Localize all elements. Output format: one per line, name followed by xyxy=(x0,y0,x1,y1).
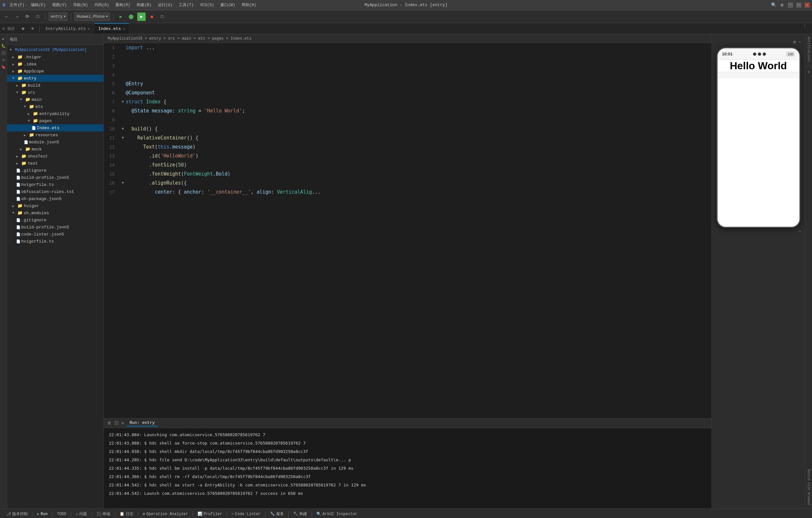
terminal-stop-icon[interactable]: ⬛ xyxy=(114,421,119,426)
tree-item-oh-build-profile[interactable]: 📄 build-profile.json5 xyxy=(7,223,104,231)
run-bar-problems[interactable]: ⚠ 问题 xyxy=(73,511,90,517)
tree-item-ohostest[interactable]: ▶ 📁 ohosTest xyxy=(7,153,104,160)
close-tab-entryability-button[interactable]: ✕ xyxy=(88,27,90,31)
menu-window[interactable]: 窗口(W) xyxy=(219,2,237,8)
menu-nav[interactable]: 导航(N) xyxy=(71,2,90,8)
resize-icon[interactable]: ⇕ xyxy=(799,229,801,233)
run-bar-sep-5 xyxy=(115,511,115,517)
close-tab-index-button[interactable]: ✕ xyxy=(123,27,125,31)
tree-item-test[interactable]: ▶ 📁 test xyxy=(7,160,104,167)
settings-icon[interactable]: ⚙ xyxy=(780,3,784,7)
run-bar-log[interactable]: 📋 日志 xyxy=(117,511,136,517)
maximize-button[interactable]: □ xyxy=(796,3,801,7)
sync-button[interactable]: ⟳ xyxy=(23,12,32,21)
tree-root[interactable]: ▼ MyApplication33 [MyApplication] xyxy=(7,47,104,54)
run-bar-arkui-inspector[interactable]: 🔍 ArkUI Inspector xyxy=(314,511,360,517)
menu-tools[interactable]: 工具(T) xyxy=(177,2,196,8)
run-icon[interactable]: ▶ xyxy=(0,35,7,42)
tree-item-hvigor[interactable]: ▶ 📁 .hvigor xyxy=(7,54,104,61)
run-bar-run[interactable]: ▶ Run xyxy=(34,511,50,517)
menu-edit[interactable]: 编辑(E) xyxy=(29,2,48,8)
tab-entryability[interactable]: EntryAbility.ets ✕ xyxy=(41,23,93,34)
back-button[interactable]: ← xyxy=(3,12,11,21)
tree-item-entry[interactable]: ▼ 📁 entry xyxy=(7,75,104,82)
terminal-tab-run[interactable]: Run: entry xyxy=(126,420,158,427)
project-structure-button[interactable]: ⬡ xyxy=(33,12,42,21)
terminal-filter-icon[interactable]: ⚙ xyxy=(121,421,124,426)
stop-button[interactable]: ⬡ xyxy=(158,12,166,21)
close-panel-icon[interactable]: ✕ xyxy=(806,69,812,75)
menu-code[interactable]: 代码(O) xyxy=(92,2,111,8)
gear-icon[interactable]: ⚙ xyxy=(0,57,7,63)
phone-dropdown[interactable]: Huawei_Phone ▼ xyxy=(75,12,110,21)
terminal-icon[interactable]: ⬛ xyxy=(0,50,7,56)
tree-item-module-json[interactable]: 📄 module.json5 xyxy=(7,139,104,146)
tree-item-resources[interactable]: ▶ 📁 resources xyxy=(7,131,104,139)
tree-item-hvigorfile[interactable]: 📄 hvigorfile.ts xyxy=(7,181,104,188)
collapse-icon-5: ▶ xyxy=(24,133,28,137)
tree-item-src[interactable]: ▼ 📁 src xyxy=(7,89,104,96)
menu-file[interactable]: 文件(F) xyxy=(8,2,26,8)
tree-item-ets[interactable]: ▼ 📁 ets xyxy=(7,103,104,110)
run-bar-profiler-label: Profiler xyxy=(204,512,222,516)
menu-view[interactable]: 视图(V) xyxy=(50,2,69,8)
tree-item-oh-modules[interactable]: ▼ 📁 oh_modules xyxy=(7,209,104,216)
tree-item-build[interactable]: ▶ 📁 build xyxy=(7,82,104,89)
search-icon[interactable]: 🔍 xyxy=(772,3,776,7)
menu-help[interactable]: 帮助(H) xyxy=(240,2,258,8)
run-bar-terminal[interactable]: ⬛ 终端 xyxy=(94,511,113,517)
tree-item-oh-gitignore[interactable]: 📄 .gitignore xyxy=(7,216,104,223)
build-hap-button[interactable]: ⬤ xyxy=(127,12,135,21)
run-bar-sep-7 xyxy=(193,511,193,517)
tab-index[interactable]: Index.ets ✕ xyxy=(94,23,129,34)
tree-item-oh-hvigorfile[interactable]: 📄 hvigorfile.ts xyxy=(7,238,104,245)
tab-settings-icon[interactable]: ⚙ xyxy=(19,25,27,33)
menu-vcs[interactable]: VCS(S) xyxy=(198,3,216,7)
bookmark-icon[interactable]: 🔖 xyxy=(0,64,7,70)
menu-refactor[interactable]: 重构(R) xyxy=(113,2,132,8)
run-bar-version-control[interactable]: ⎇ 版本控制 xyxy=(4,511,30,517)
run-bar-services[interactable]: 🔧 服务 xyxy=(267,511,286,517)
terminal-clear-icon[interactable]: 🗑 xyxy=(108,421,112,426)
minimize-button[interactable]: ─ xyxy=(788,3,793,7)
code-editor[interactable]: 1 import ... 2 3 4 5 xyxy=(104,43,712,418)
tree-item-pages[interactable]: ▼ 📁 pages xyxy=(7,117,104,124)
debug-panel-icon[interactable]: 🐛 xyxy=(0,42,7,49)
tree-item-entryability[interactable]: ▶ 📁 entryability xyxy=(7,110,104,117)
run-bar-code-linter[interactable]: ✓ Code Linter xyxy=(229,511,263,517)
forward-button[interactable]: → xyxy=(13,12,21,21)
notifications-icon[interactable]: Notifications xyxy=(806,35,811,63)
tree-item-build-profile[interactable]: 📄 build-profile.json5 xyxy=(7,174,104,181)
run-bar-profiler[interactable]: 📊 Profiler xyxy=(195,511,225,517)
folder-icon-pages: 📁 xyxy=(33,118,38,123)
tree-item-oh-package[interactable]: 📄 oh-package.json5 xyxy=(7,195,104,202)
clean-build-button[interactable]: ▶ xyxy=(117,12,125,21)
sort-icon[interactable]: ≡ xyxy=(28,25,37,33)
menu-build[interactable]: 构建(B) xyxy=(135,2,153,8)
entry-dropdown[interactable]: entry ▼ xyxy=(49,12,68,21)
chevron-down-icon: ▼ xyxy=(64,15,65,18)
operation-analyzer-icon: ⚙ xyxy=(143,512,145,516)
run-button[interactable]: ▶ xyxy=(137,12,146,21)
run-bar-operation-analyzer[interactable]: ⚙ Operation Analyzer xyxy=(140,511,191,517)
tree-item-appscope[interactable]: ▶ 📁 AppScope xyxy=(7,68,104,75)
close-button[interactable]: ✕ xyxy=(805,3,809,7)
minus-icon[interactable]: − xyxy=(799,39,801,45)
tree-item-hvigor2[interactable]: ▶ 📁 hvigor xyxy=(7,202,104,209)
tree-item-main[interactable]: ▼ 📁 main xyxy=(7,96,104,103)
tree-item-gitignore[interactable]: 📄 .gitignore xyxy=(7,167,104,174)
device-file-browser-icon[interactable]: Device File Browser xyxy=(806,468,811,507)
tree-item-code-linter[interactable]: 📄 code-linter.json5 xyxy=(7,231,104,238)
tree-item-index-file[interactable]: 📄 Index.ets xyxy=(7,124,104,131)
debug-button[interactable]: ◼ xyxy=(148,12,156,21)
expand-icon-7: ▼ xyxy=(28,119,32,123)
grid-icon[interactable]: ⊞ xyxy=(793,39,795,45)
tree-item-idea[interactable]: ▶ 📁 .idea xyxy=(7,61,104,68)
more-tabs-icon[interactable]: ⋮ xyxy=(800,23,809,34)
tree-item-mock[interactable]: ▶ 📁 mock xyxy=(7,146,104,153)
run-bar-build[interactable]: 🔨 构建 xyxy=(291,511,310,517)
run-bar-log-label: 日志 xyxy=(126,511,134,517)
menu-run[interactable]: 运行(U) xyxy=(156,2,175,8)
run-bar-todo[interactable]: TODO xyxy=(54,511,69,517)
tree-item-obfuscation[interactable]: 📄 obfuscation-rules.txt xyxy=(7,188,104,195)
